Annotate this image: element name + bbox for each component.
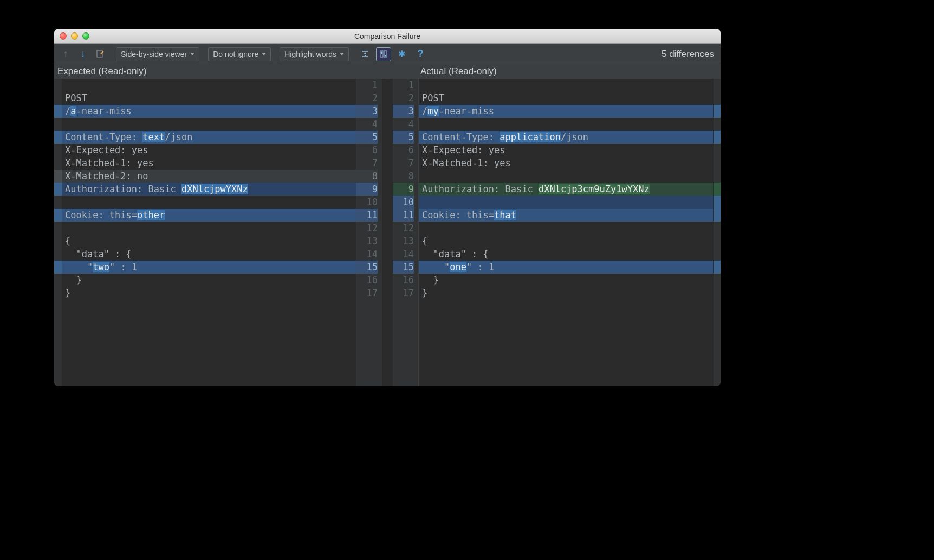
code-line: Cookie: this=that bbox=[419, 209, 713, 222]
viewer-mode-select[interactable]: Side-by-side viewer bbox=[116, 47, 199, 61]
arrow-down-icon: ↓ bbox=[81, 48, 86, 60]
code-line: Authorization: Basic dXNlcjp3cm9uZy1wYXN… bbox=[419, 183, 713, 196]
diff-panes: Expected (Read-only) Actual (Read-only) … bbox=[54, 64, 721, 386]
edit-source-button[interactable] bbox=[93, 47, 107, 61]
code-line: X-Matched-1: yes bbox=[419, 157, 713, 170]
code-line: /my-near-miss bbox=[419, 105, 713, 118]
code-line: "two" : 1 bbox=[62, 261, 356, 274]
code-line: POST bbox=[419, 92, 713, 105]
code-line bbox=[62, 196, 356, 209]
left-gutter: 1 2 3 4 5 6 7 8 9 10 11 12 13 14 15 16 1… bbox=[356, 79, 382, 386]
right-pane-title: Actual (Read-only) bbox=[417, 66, 721, 77]
code-line: } bbox=[419, 274, 713, 286]
toolbar: ↑ ↓ Side-by-side viewer Do not ignore Hi… bbox=[54, 44, 721, 64]
code-line: Cookie: this=other bbox=[62, 209, 356, 222]
code-line: X-Expected: yes bbox=[419, 144, 713, 157]
pane-headers: Expected (Read-only) Actual (Read-only) bbox=[54, 64, 721, 79]
prev-diff-button[interactable]: ↑ bbox=[59, 47, 73, 61]
sync-scroll-button[interactable] bbox=[376, 47, 391, 61]
code-line bbox=[419, 222, 713, 235]
code-line bbox=[419, 196, 713, 209]
help-button[interactable]: ? bbox=[413, 47, 428, 61]
code-line: "data" : { bbox=[419, 248, 713, 261]
code-line: { bbox=[62, 235, 356, 248]
code-line bbox=[62, 222, 356, 235]
right-pane[interactable]: POST /my-near-miss Content-Type: applica… bbox=[419, 79, 713, 386]
code-line: X-Matched-2: no bbox=[62, 170, 356, 183]
code-line: } bbox=[62, 286, 356, 299]
code-line: } bbox=[419, 286, 713, 299]
close-icon[interactable] bbox=[60, 32, 67, 40]
ignore-mode-label: Do not ignore bbox=[213, 50, 258, 58]
collapse-unchanged-button[interactable] bbox=[358, 47, 373, 61]
right-marker-strip bbox=[713, 79, 721, 386]
code-line: X-Matched-1: yes bbox=[62, 157, 356, 170]
next-diff-button[interactable]: ↓ bbox=[76, 47, 90, 61]
code-line bbox=[419, 79, 713, 92]
page-edit-icon bbox=[95, 49, 105, 59]
left-marker-strip bbox=[54, 79, 62, 386]
code-line: X-Expected: yes bbox=[62, 144, 356, 157]
code-line: Content-Type: text/json bbox=[62, 131, 356, 144]
traffic-lights bbox=[60, 32, 89, 40]
gear-icon: ✱ bbox=[398, 49, 405, 59]
code-line: "one" : 1 bbox=[419, 261, 713, 274]
collapse-icon bbox=[360, 49, 370, 59]
highlight-mode-select[interactable]: Highlight words bbox=[280, 47, 349, 61]
diff-window: Comparison Failure ↑ ↓ Side-by-side view… bbox=[54, 29, 721, 386]
sync-scroll-icon bbox=[379, 49, 388, 59]
code-line: Authorization: Basic dXNlcjpwYXNz bbox=[62, 183, 356, 196]
viewer-mode-label: Side-by-side viewer bbox=[121, 50, 187, 58]
arrow-up-icon: ↑ bbox=[63, 48, 68, 60]
connector-strip bbox=[382, 79, 393, 386]
help-icon: ? bbox=[417, 48, 423, 60]
chevron-down-icon bbox=[262, 53, 266, 55]
code-line: { bbox=[419, 235, 713, 248]
chevron-down-icon bbox=[190, 53, 194, 55]
code-line bbox=[62, 118, 356, 131]
code-line: "data" : { bbox=[62, 248, 356, 261]
code-line bbox=[419, 118, 713, 131]
left-pane-title: Expected (Read-only) bbox=[54, 66, 358, 77]
chevron-down-icon bbox=[340, 53, 344, 55]
highlight-mode-label: Highlight words bbox=[284, 50, 336, 58]
settings-button[interactable]: ✱ bbox=[394, 47, 410, 61]
right-gutter: 1 2 3 4 5 6 7 8 9 10 11 12 13 14 15 16 1… bbox=[393, 79, 419, 386]
minimize-icon[interactable] bbox=[71, 32, 78, 40]
code-line: } bbox=[62, 274, 356, 286]
code-line: /a-near-miss bbox=[62, 105, 356, 118]
diff-body: POST /a-near-miss Content-Type: text/jso… bbox=[54, 79, 721, 386]
window-title: Comparison Failure bbox=[54, 32, 721, 41]
code-line bbox=[419, 170, 713, 183]
titlebar[interactable]: Comparison Failure bbox=[54, 29, 721, 44]
left-pane[interactable]: POST /a-near-miss Content-Type: text/jso… bbox=[62, 79, 356, 386]
ignore-mode-select[interactable]: Do not ignore bbox=[208, 47, 271, 61]
code-line: POST bbox=[62, 92, 356, 105]
code-line: Content-Type: application/json bbox=[419, 131, 713, 144]
zoom-icon[interactable] bbox=[82, 32, 89, 40]
difference-count: 5 differences bbox=[661, 49, 714, 60]
code-line bbox=[62, 79, 356, 92]
